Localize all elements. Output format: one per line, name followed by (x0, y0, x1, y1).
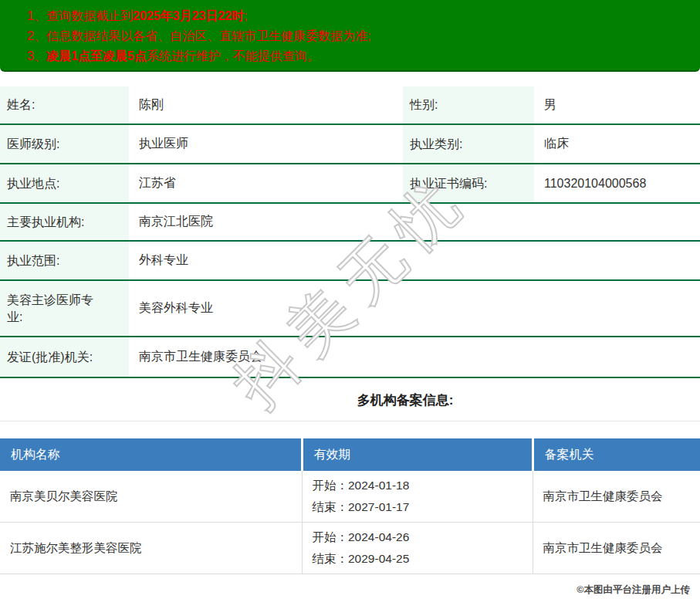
main-org-label: 主要执业机构: (0, 203, 129, 241)
notice-number: 2、 (27, 29, 46, 42)
cert-number-value: 110320104000568 (534, 164, 700, 203)
physician-query-result-page: 1、查询数据截止到2025年3月23日22时; 2、信息数据结果以各省、自治区、… (0, 0, 700, 599)
table-row: 医师级别: 执业医师 执业类别: 临床 (0, 124, 700, 164)
validity-end: 结束：2029-04-25 (313, 548, 532, 570)
multi-org-section-title: 多机构备案信息: (0, 391, 700, 409)
issuer-value: 南京市卫生健康委员会 (129, 337, 700, 377)
org-name-cell: 江苏施尔美整形美容医院 (0, 523, 302, 574)
validity-end: 结束：2027-01-17 (313, 496, 532, 518)
authority-cell: 南京市卫生健康委员会 (533, 523, 700, 574)
name-label: 姓名: (0, 86, 129, 124)
notice-text-bold: 2025年3月23日22时 (133, 9, 244, 22)
notice-number: 1、 (27, 9, 46, 22)
doctor-info-table: 姓名: 陈刚 性别: 男 医师级别: 执业医师 执业类别: 临床 执业地点: 江… (0, 86, 700, 378)
gender-label: 性别: (403, 86, 534, 124)
cosmetic-specialty-value: 美容外科专业 (129, 280, 700, 337)
cert-number-label: 执业证书编码: (403, 164, 534, 203)
gender-value: 男 (534, 86, 700, 124)
table-row: 发证(批准)机关: 南京市卫生健康委员会 (0, 337, 700, 377)
authority-cell: 南京市卫生健康委员会 (533, 471, 700, 523)
location-value: 江苏省 (129, 164, 403, 203)
issuer-label: 发证(批准)机关: (0, 337, 129, 377)
notice-text: 查询数据截止到 (46, 9, 133, 22)
validity-start: 开始：2024-01-18 (313, 475, 532, 496)
main-org-value: 南京江北医院 (129, 203, 700, 241)
table-row: 南京美贝尔美容医院 开始：2024-01-18 结束：2027-01-17 南京… (0, 471, 700, 523)
category-label: 执业类别: (403, 124, 534, 164)
copyright-watermark: ©本图由平台注册用户上传 (577, 584, 690, 597)
level-value: 执业医师 (129, 124, 403, 164)
table-row: 执业地点: 江苏省 执业证书编码: 110320104000568 (0, 164, 700, 203)
notice-line-2: 2、信息数据结果以各省、自治区、直辖市卫生健康委数据为准; (0, 26, 700, 46)
section-divider (0, 421, 700, 421)
validity-start: 开始：2024-04-26 (313, 526, 532, 548)
notice-number: 3、 (27, 49, 46, 63)
org-name-header: 机构名称 (0, 438, 302, 471)
notice-text: 信息数据结果以各省、自治区、直辖市卫生健康委数据为准; (46, 29, 370, 42)
table-header-row: 机构名称 有效期 备案机关 (0, 438, 700, 471)
scope-label: 执业范围: (0, 241, 129, 280)
notice-line-1: 1、查询数据截止到2025年3月23日22时; (0, 6, 700, 26)
table-row: 执业范围: 外科专业 (0, 241, 700, 280)
notice-text: 系统进行维护，不能提供查询。 (147, 49, 320, 63)
scope-value: 外科专业 (129, 241, 700, 280)
notice-text-bold: 凌晨1点至凌晨5点 (46, 49, 147, 63)
table-row: 主要执业机构: 南京江北医院 (0, 203, 700, 241)
cosmetic-specialty-label: 美容主诊医师专业: (0, 280, 129, 337)
validity-cell: 开始：2024-01-18 结束：2027-01-17 (302, 471, 533, 523)
validity-header: 有效期 (302, 438, 533, 471)
table-row: 美容主诊医师专业: 美容外科专业 (0, 280, 700, 337)
location-label: 执业地点: (0, 164, 129, 203)
notice-banner: 1、查询数据截止到2025年3月23日22时; 2、信息数据结果以各省、自治区、… (0, 0, 700, 72)
notice-line-3: 3、凌晨1点至凌晨5点系统进行维护，不能提供查询。 (0, 46, 700, 66)
name-value: 陈刚 (129, 86, 403, 124)
table-row: 姓名: 陈刚 性别: 男 (0, 86, 700, 124)
level-label: 医师级别: (0, 124, 129, 164)
category-value: 临床 (534, 124, 700, 164)
notice-text: ; (244, 9, 247, 22)
validity-cell: 开始：2024-04-26 结束：2029-04-25 (302, 523, 533, 574)
org-name-cell: 南京美贝尔美容医院 (0, 471, 302, 523)
authority-header: 备案机关 (533, 438, 700, 471)
multi-org-table: 机构名称 有效期 备案机关 南京美贝尔美容医院 开始：2024-01-18 结束… (0, 438, 700, 574)
table-row: 江苏施尔美整形美容医院 开始：2024-04-26 结束：2029-04-25 … (0, 523, 700, 574)
